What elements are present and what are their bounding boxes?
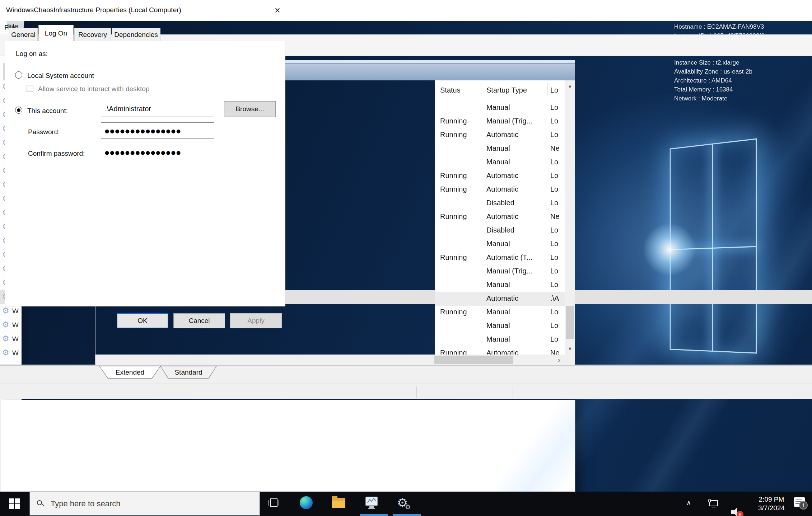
column-header-startup-type[interactable]: Startup Type <box>486 86 527 94</box>
password-input[interactable]: ●●●●●●●●●●●●●●● <box>101 122 214 139</box>
scroll-right-button[interactable]: › <box>554 355 565 365</box>
statusbar-separator <box>416 386 417 398</box>
column-header-logon-as[interactable]: Lo <box>550 86 558 94</box>
tray-chevron-icon[interactable]: ∧ <box>686 499 691 506</box>
apply-button[interactable]: Apply <box>230 313 282 328</box>
divider <box>0 365 22 365</box>
folder-icon <box>332 498 345 508</box>
service-row[interactable]: ManualNe <box>435 142 565 156</box>
scrollbar-thumb[interactable] <box>434 356 513 364</box>
services-list: Status Startup Type Lo ManualLo RunningM… <box>435 80 565 355</box>
service-row[interactable]: RunningAutomaticLo <box>435 183 565 197</box>
dialog-title: WindowsChaosInfrastructure Properties (L… <box>6 6 181 14</box>
service-row[interactable]: ManualLo <box>435 238 565 251</box>
taskbar: Type here to search ⚙ ⚙ <box>0 492 812 516</box>
running-indicator <box>360 514 388 516</box>
service-row[interactable]: ManualLo <box>435 278 565 292</box>
edge-icon <box>300 496 313 509</box>
clock-time: 2:09 PM <box>752 496 790 503</box>
gear-icon: ⚙ <box>2 335 9 343</box>
service-row-selected[interactable]: Automatic.\A <box>435 292 565 306</box>
taskbar-clock[interactable]: 2:09 PM 3/7/2024 <box>752 492 790 516</box>
service-row[interactable]: ManualLo <box>435 319 565 333</box>
tab-log-on[interactable]: Log On <box>38 25 74 41</box>
local-system-label[interactable]: Local System account <box>27 72 94 80</box>
gear-icon: ⚙ <box>2 307 9 315</box>
service-row[interactable]: RunningAutomatic (T...Lo <box>435 251 565 265</box>
column-separator[interactable] <box>547 83 548 95</box>
service-row[interactable]: ⚙W <box>0 332 22 346</box>
desktop: Hostname : EC2AMAZ-FAN98V3 Instance ID :… <box>0 0 812 516</box>
local-system-radio[interactable] <box>15 71 22 79</box>
statusbar-separator <box>513 386 513 398</box>
service-row[interactable]: ManualLo <box>435 333 565 347</box>
scrollbar-corner <box>565 355 575 365</box>
services-taskbar-icon[interactable]: ⚙ ⚙ <box>393 492 415 514</box>
mute-x-icon: ✕ <box>737 511 743 516</box>
perfmon-taskbar-icon[interactable] <box>360 492 382 514</box>
service-row[interactable]: DisabledLo <box>435 224 565 238</box>
vertical-scrollbar[interactable]: ∧ ∨ <box>565 80 575 355</box>
tab-recovery[interactable]: Recovery <box>74 28 111 41</box>
confirm-password-input[interactable]: ●●●●●●●●●●●●●●● <box>101 144 214 160</box>
info-line: Availability Zone : us-east-2b <box>674 67 808 76</box>
statusbar-divider <box>0 384 812 384</box>
column-separator[interactable] <box>481 83 481 95</box>
column-header-status[interactable]: Status <box>440 86 461 94</box>
search-placeholder: Type here to search <box>51 499 120 508</box>
service-row[interactable]: Manual (Trig...Lo <box>435 265 565 278</box>
search-icon <box>37 500 44 507</box>
tab-standard[interactable]: Standard <box>160 366 217 379</box>
browse-button[interactable]: Browse... <box>224 101 276 117</box>
tab-extended[interactable]: Extended <box>99 366 161 379</box>
volume-muted-icon[interactable]: ✕ <box>731 507 744 516</box>
service-row[interactable]: RunningManualLo <box>435 306 565 319</box>
notification-badge: 1 <box>799 501 808 510</box>
log-on-as-label: Log on as: <box>16 50 48 58</box>
info-line: Instance Size : t2.xlarge <box>674 58 808 67</box>
scroll-down-button[interactable]: ∨ <box>565 342 575 355</box>
service-row[interactable]: ManualLo <box>435 101 565 115</box>
windows-logo-icon <box>9 498 20 509</box>
edge-taskbar-icon[interactable] <box>295 492 317 514</box>
interact-desktop-label: Allow service to interact with desktop <box>38 85 149 93</box>
service-row[interactable]: ManualLo <box>435 156 565 169</box>
running-indicator <box>393 514 421 516</box>
this-account-radio[interactable] <box>15 107 22 114</box>
notification-icon: 1 <box>794 497 805 507</box>
window-bottom: Extended Standard <box>0 365 812 399</box>
service-row[interactable]: RunningAutomaticLo <box>435 128 565 142</box>
horizontal-scrollbar[interactable]: › <box>95 355 565 365</box>
this-account-label[interactable]: This account: <box>27 107 68 115</box>
tab-dependencies[interactable]: Dependencies <box>112 28 160 41</box>
service-row[interactable]: ⚙W <box>0 346 22 360</box>
scroll-up-button[interactable]: ∧ <box>565 80 575 93</box>
account-input[interactable]: .\Administrator <box>101 101 214 117</box>
info-line: Hostname : EC2AMAZ-FAN98V3 <box>674 22 808 31</box>
taskbar-search[interactable]: Type here to search <box>29 492 260 516</box>
gear-icon: ⚙ <box>2 321 9 329</box>
file-explorer-taskbar-icon[interactable] <box>327 492 350 514</box>
service-row[interactable]: RunningAutomaticNe <box>435 210 565 224</box>
cancel-button[interactable]: Cancel <box>173 313 225 328</box>
log-on-tab-page: Log on as: Local System account Allow se… <box>5 41 285 306</box>
confirm-password-label: Confirm password: <box>28 150 85 158</box>
password-label: Password: <box>28 128 60 136</box>
network-icon[interactable] <box>708 499 719 508</box>
dialog-close-button[interactable]: × <box>269 3 286 18</box>
scrollbar-thumb[interactable] <box>566 306 574 339</box>
service-row[interactable]: ⚙W <box>0 318 22 332</box>
action-center-button[interactable]: 1 <box>794 497 805 507</box>
gear-icon: ⚙ <box>2 349 9 357</box>
clock-date: 3/7/2024 <box>752 504 790 512</box>
interact-desktop-checkbox[interactable] <box>27 85 33 92</box>
service-row[interactable]: RunningManual (Trig...Lo <box>435 115 565 128</box>
task-view-button[interactable] <box>263 492 285 514</box>
service-row[interactable]: RunningAutomaticNe <box>435 347 565 355</box>
start-button[interactable] <box>0 492 29 516</box>
service-row[interactable]: DisabledLo <box>435 197 565 210</box>
tab-general[interactable]: General <box>9 28 38 41</box>
ok-button[interactable]: OK <box>117 313 168 328</box>
gear-icon: ⚙ <box>405 503 411 511</box>
service-row[interactable]: RunningAutomaticLo <box>435 169 565 183</box>
